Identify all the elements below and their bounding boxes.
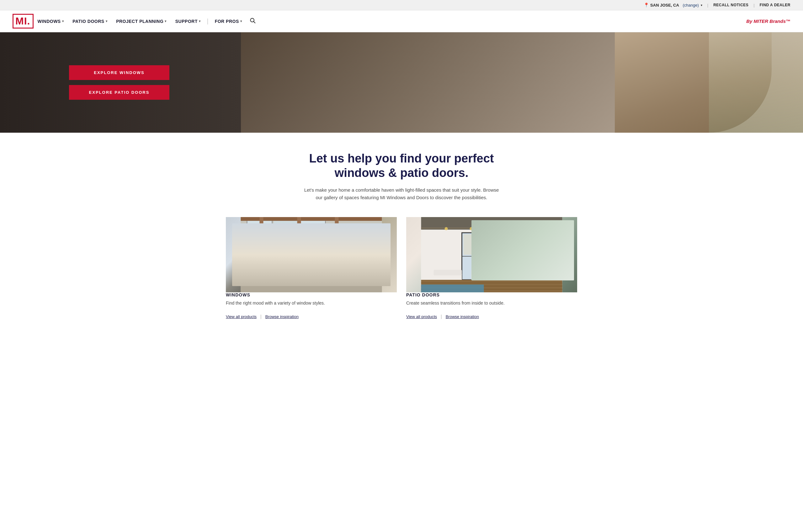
product-card-patio-doors: PATIO DOORS Create seamless transitions … xyxy=(406,217,577,319)
patio-doors-product-image xyxy=(406,217,577,292)
location-indicator: 📍 SAN JOSE, CA (change) ▾ xyxy=(644,2,702,7)
svg-point-28 xyxy=(520,227,523,230)
nav-item-patio-doors[interactable]: PATIO DOORS ▾ xyxy=(69,16,111,26)
patio-category-label: PATIO DOORS xyxy=(406,292,577,297)
windows-browse-link[interactable]: Browse inspiration xyxy=(265,314,299,319)
find-dealer-link[interactable]: FIND A DEALER xyxy=(760,3,790,7)
svg-point-16 xyxy=(343,239,359,258)
svg-rect-32 xyxy=(462,233,525,280)
link-separator: | xyxy=(260,314,262,319)
product-card-windows: WINDOWS Find the right mood with a varie… xyxy=(226,217,397,319)
svg-rect-19 xyxy=(298,217,301,242)
hero-content: EXPLORE WINDOWS EXPLORE PATIO DOORS xyxy=(0,65,238,100)
svg-rect-47 xyxy=(421,285,484,292)
nav-separator: | xyxy=(207,18,208,25)
svg-rect-13 xyxy=(260,256,322,263)
svg-rect-38 xyxy=(495,234,523,255)
explore-windows-button[interactable]: EXPLORE WINDOWS xyxy=(69,65,169,80)
svg-point-29 xyxy=(545,227,548,230)
svg-rect-15 xyxy=(347,248,354,270)
svg-rect-30 xyxy=(462,233,525,280)
svg-point-25 xyxy=(445,227,448,230)
svg-rect-14 xyxy=(279,267,304,272)
svg-rect-6 xyxy=(274,220,299,270)
patio-browse-link[interactable]: Browse inspiration xyxy=(446,314,479,319)
svg-point-52 xyxy=(537,245,550,258)
change-location-link[interactable]: (change) xyxy=(683,3,699,7)
nav-item-project-planning[interactable]: PROJECT PLANNING ▾ xyxy=(112,16,170,26)
section-heading: Let us help you find your perfect window… xyxy=(6,152,797,180)
link-separator: | xyxy=(441,314,442,319)
svg-rect-48 xyxy=(540,258,545,280)
hero-window-decoration xyxy=(709,32,803,133)
hero-section: EXPLORE WINDOWS EXPLORE PATIO DOORS xyxy=(0,32,803,133)
svg-rect-3 xyxy=(241,270,382,292)
main-content: Let us help you find your perfect window… xyxy=(0,133,803,338)
svg-rect-49 xyxy=(550,261,554,280)
patio-description: Create seamless transitions from inside … xyxy=(406,300,577,306)
chevron-down-icon: ▾ xyxy=(62,19,64,23)
svg-point-26 xyxy=(470,227,473,230)
svg-point-51 xyxy=(547,255,556,267)
nav-item-windows[interactable]: WINDOWS ▾ xyxy=(34,16,68,26)
main-nav: WINDOWS ▾ PATIO DOORS ▾ PROJECT PLANNING… xyxy=(34,15,746,27)
svg-rect-7 xyxy=(301,220,326,270)
windows-product-image xyxy=(226,217,397,292)
patio-view-all-link[interactable]: View all products xyxy=(406,314,437,319)
svg-rect-5 xyxy=(247,220,272,270)
product-grid: WINDOWS Find the right mood with a varie… xyxy=(226,217,577,319)
section-subtitle: Let's make your home a comfortable haven… xyxy=(301,186,502,202)
svg-rect-42 xyxy=(472,270,500,276)
windows-view-all-link[interactable]: View all products xyxy=(226,314,256,319)
svg-rect-20 xyxy=(335,217,339,242)
recall-notices-link[interactable]: RECALL NOTICES xyxy=(713,3,748,7)
windows-links: View all products | Browse inspiration xyxy=(226,314,397,319)
site-logo[interactable]: MI. xyxy=(13,14,34,28)
search-button[interactable] xyxy=(247,15,258,27)
location-text: SAN JOSE, CA xyxy=(650,3,679,7)
svg-point-27 xyxy=(495,227,498,230)
chevron-down-icon: ▾ xyxy=(106,19,108,23)
top-bar: 📍 SAN JOSE, CA (change) ▾ | RECALL NOTIC… xyxy=(0,0,803,11)
separator-2: | xyxy=(753,3,754,7)
svg-rect-18 xyxy=(260,217,264,242)
svg-point-50 xyxy=(537,251,548,265)
svg-point-53 xyxy=(548,249,558,259)
dropdown-chevron-icon: ▾ xyxy=(701,3,702,7)
svg-line-1 xyxy=(254,22,255,23)
svg-rect-37 xyxy=(464,234,492,255)
chevron-down-icon: ▾ xyxy=(199,19,201,23)
location-pin-icon: 📍 xyxy=(644,2,649,7)
windows-category-label: WINDOWS xyxy=(226,292,397,297)
svg-rect-2 xyxy=(241,217,382,292)
explore-patio-doors-button[interactable]: EXPLORE PATIO DOORS xyxy=(69,85,169,100)
windows-description: Find the right mood with a variety of wi… xyxy=(226,300,397,306)
nav-item-support[interactable]: SUPPORT ▾ xyxy=(172,16,205,26)
separator-1: | xyxy=(707,3,708,7)
miter-brand-label: By MITER Brands™ xyxy=(746,19,790,24)
svg-rect-40 xyxy=(434,270,462,276)
svg-rect-12 xyxy=(260,261,322,273)
nav-item-for-pros[interactable]: FOR PROS ▾ xyxy=(211,16,246,26)
chevron-down-icon: ▾ xyxy=(165,19,167,23)
site-header: MI. WINDOWS ▾ PATIO DOORS ▾ PROJECT PLAN… xyxy=(0,11,803,32)
patio-links: View all products | Browse inspiration xyxy=(406,314,577,319)
svg-rect-4 xyxy=(241,217,382,270)
chevron-down-icon: ▾ xyxy=(240,19,242,23)
